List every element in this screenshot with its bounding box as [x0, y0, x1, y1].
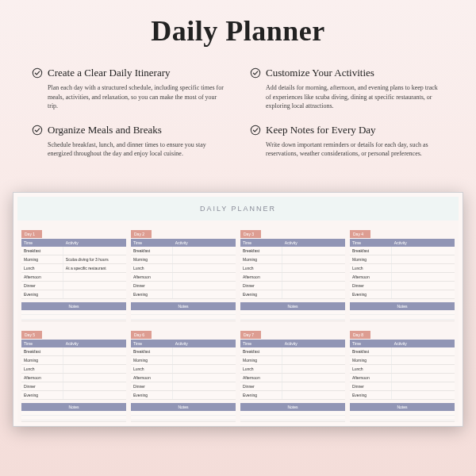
notes-header: Notes: [240, 403, 345, 411]
planner-slot: Breakfast: [350, 347, 455, 356]
slot-time: Evening: [21, 391, 63, 399]
planner-day: Day 2TimeActivityBreakfastMorningLunchAf…: [131, 225, 236, 321]
check-icon: [250, 125, 261, 136]
slot-activity: [282, 347, 345, 355]
notes-body: [240, 411, 345, 422]
slot-activity: [173, 264, 236, 272]
slot-activity: [63, 391, 126, 399]
col-activity-header: Activity: [282, 340, 345, 347]
features-grid: Create a Clear Daily ItineraryPlan each …: [32, 67, 444, 171]
slot-time: Dinner: [21, 282, 63, 290]
notes-header: Notes: [21, 302, 126, 310]
planner-slot: Breakfast: [240, 247, 345, 255]
slot-activity: [63, 382, 126, 390]
slot-time: Afternoon: [131, 273, 173, 281]
planner-slot: Breakfast: [131, 347, 236, 356]
planner-title: DAILY PLANNER: [17, 197, 459, 221]
slot-activity: [173, 391, 236, 399]
planner-slot: Lunch: [21, 365, 126, 374]
slot-activity: [173, 290, 236, 298]
slot-time: Lunch: [350, 264, 392, 272]
slot-activity: [173, 247, 236, 255]
notes-header: Notes: [240, 302, 345, 310]
day-header: TimeActivity: [131, 340, 236, 347]
slot-activity: [282, 273, 345, 281]
notes-body: [350, 411, 455, 422]
planner-slot: Afternoon: [350, 374, 455, 382]
col-time-header: Time: [131, 340, 173, 347]
slot-activity: [282, 374, 345, 382]
slot-time: Morning: [350, 356, 392, 364]
notes-header: Notes: [21, 403, 126, 411]
slot-time: Lunch: [240, 264, 282, 272]
notes-header: Notes: [131, 302, 236, 310]
planner-slot: Dinner: [240, 382, 345, 391]
slot-time: Morning: [131, 255, 173, 263]
day-header: TimeActivity: [131, 239, 236, 247]
slot-activity: [173, 382, 236, 390]
notes-body: [131, 411, 236, 422]
day-header: TimeActivity: [240, 340, 345, 347]
slot-activity: [392, 347, 455, 355]
day-header: TimeActivity: [21, 239, 126, 247]
slot-time: Afternoon: [350, 374, 392, 382]
planner-slot: Evening: [350, 290, 455, 299]
slot-time: Lunch: [21, 264, 63, 272]
slot-activity: [282, 247, 345, 255]
slot-activity: [173, 365, 236, 373]
slot-time: Dinner: [131, 282, 173, 290]
col-time-header: Time: [350, 340, 392, 347]
planner-slot: Lunch: [240, 264, 345, 273]
planner-slot: Afternoon: [240, 273, 345, 282]
slot-time: Dinner: [21, 382, 63, 390]
col-activity-header: Activity: [392, 340, 455, 347]
slot-activity: [63, 247, 126, 255]
day-tab: Day 2: [131, 230, 152, 238]
planner-slot: Dinner: [240, 282, 345, 290]
planner-days-row-1: Day 1TimeActivityBreakfastMorningScuba d…: [17, 221, 459, 321]
slot-time: Breakfast: [240, 247, 282, 255]
notes-header: Notes: [131, 403, 236, 411]
planner-slot: Breakfast: [131, 247, 236, 255]
slot-time: Morning: [350, 255, 392, 263]
slot-activity: [282, 264, 345, 272]
feature-title: Create a Clear Daily Itinerary: [48, 67, 170, 79]
slot-activity: [392, 382, 455, 390]
svg-point-3: [251, 125, 259, 134]
slot-activity: [392, 391, 455, 399]
planner-slot: Dinner: [350, 282, 455, 290]
slot-activity: [392, 356, 455, 364]
planner-slot: Breakfast: [21, 347, 126, 356]
slot-time: Lunch: [131, 264, 173, 272]
col-time-header: Time: [21, 239, 63, 247]
slot-time: Afternoon: [21, 374, 63, 382]
planner-slot: Afternoon: [131, 374, 236, 382]
slot-activity: [173, 273, 236, 281]
slot-time: Breakfast: [21, 347, 63, 355]
planner-day: Day 4TimeActivityBreakfastMorningLunchAf…: [350, 225, 455, 321]
col-time-header: Time: [240, 340, 282, 347]
slot-time: Afternoon: [240, 273, 282, 281]
planner-slot: Dinner: [21, 282, 126, 290]
planner-slot: Morning: [350, 356, 455, 365]
slot-activity: [282, 356, 345, 364]
planner-slot: Morning: [21, 356, 126, 365]
col-time-header: Time: [21, 340, 63, 347]
planner-slot: Evening: [350, 391, 455, 400]
slot-time: Breakfast: [131, 347, 173, 355]
col-activity-header: Activity: [282, 239, 345, 247]
day-tab: Day 5: [21, 331, 42, 339]
planner-slot: Afternoon: [21, 273, 126, 282]
slot-time: Dinner: [350, 282, 392, 290]
slot-time: Morning: [21, 356, 63, 364]
slot-time: Evening: [240, 290, 282, 298]
feature-title: Organize Meals and Breaks: [48, 124, 162, 136]
slot-activity: [63, 273, 126, 281]
slot-activity: [173, 255, 236, 263]
notes-body: [21, 411, 126, 422]
slot-time: Evening: [21, 290, 63, 298]
day-tab: Day 1: [21, 230, 42, 238]
notes-header: Notes: [350, 302, 455, 310]
svg-point-2: [33, 125, 41, 134]
planner-slot: Evening: [240, 290, 345, 299]
